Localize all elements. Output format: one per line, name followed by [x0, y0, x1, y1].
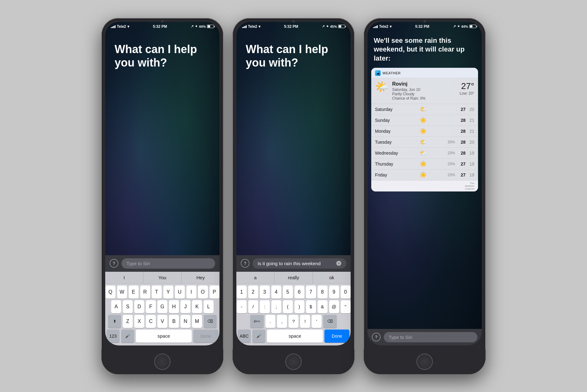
forecast-hi-3: 28: [457, 140, 466, 145]
forecast-day-6: Friday: [375, 172, 400, 177]
status-right-2: ↗ ✦ 45%: [322, 24, 345, 28]
forecast-icon-5: ☀️: [400, 161, 446, 167]
status-left-1: Tele2 ▾: [111, 24, 129, 29]
forecast-day-4: Wednesday: [375, 151, 400, 156]
home-button-1[interactable]: [154, 354, 170, 370]
carrier-2: Tele2: [248, 24, 257, 29]
forecast-icon-6: ☀️: [400, 171, 446, 178]
battery-icon-1: [207, 25, 214, 28]
weather-card-header: ☁ WEATHER: [371, 68, 478, 78]
forecast-lo-0: 20: [466, 107, 474, 112]
weather-card-3: ☁ WEATHER 🌤️ Rovinj Saturday, Jun 10 Par…: [371, 68, 478, 191]
help-button-3[interactable]: ?: [372, 333, 381, 341]
forecast-icon-2: ☀️: [400, 128, 446, 135]
forecast-row-3: Tuesday 🌤️ 30% 28 20: [371, 137, 478, 148]
forecast-row-2: Monday ☀️ 28 21: [371, 126, 478, 137]
home-button-area-3: [364, 349, 486, 374]
status-bar-2: Tele2 ▾ 5:32 PM ↗ ✦ 45%: [236, 22, 351, 30]
forecast-hi-6: 27: [457, 172, 466, 177]
forecast-hi-0: 27: [457, 107, 466, 112]
home-button-2[interactable]: [285, 354, 302, 370]
time-3: 5:32 PM: [415, 24, 429, 29]
carrier-1: Tele2: [117, 24, 126, 29]
signal-bar-4: [115, 25, 116, 28]
siri-greeting-2: What can I help you with?: [236, 30, 351, 76]
forecast-day-3: Tuesday: [375, 140, 400, 145]
forecast-rain-4: 20%: [446, 151, 457, 155]
signal-bars-3: [373, 25, 378, 28]
screen-content-2: What can I help you with?: [236, 30, 351, 345]
time-1: 5:32 PM: [153, 24, 167, 29]
signal-bar-2: [112, 27, 113, 28]
forecast-lo-6: 19: [466, 172, 474, 177]
wifi-icon-1: ▾: [127, 24, 129, 29]
location-icon-1: ↗: [191, 24, 194, 28]
weather-temp-hi: 27°: [460, 81, 474, 91]
status-right-1: ↗ ✦ 44%: [191, 24, 214, 28]
weather-channel-logo: TheWeatherChannel: [465, 182, 474, 190]
carrier-3: Tele2: [379, 24, 388, 29]
battery-pct-1: 44%: [199, 25, 206, 28]
forecast-row-6: Friday ☀️ 20% 27 19: [371, 170, 478, 181]
status-right-3: ↗ ✦ 44%: [453, 24, 476, 28]
forecast-row-1: Sunday ☀️ 28 21: [371, 115, 478, 126]
camera-dot-2: [292, 20, 295, 22]
forecast-lo-2: 21: [466, 129, 474, 134]
status-left-3: Tele2 ▾: [373, 24, 392, 29]
forecast-hi-2: 28: [457, 129, 466, 134]
weather-main-icon: 🌤️: [375, 81, 389, 92]
weather-card-footer: TheWeatherChannel: [371, 181, 478, 191]
weather-header-text: WEATHER: [382, 71, 401, 75]
forecast-day-5: Thursday: [375, 161, 400, 166]
time-2: 5:32 PM: [284, 24, 298, 29]
phone-3: Tele2 ▾ 5:32 PM ↗ ✦ 44% We'll see some r…: [364, 18, 486, 374]
battery-fill-3: [470, 25, 472, 27]
forecast-rain-3: 30%: [446, 140, 457, 144]
signal-bar-3: [113, 26, 114, 28]
screen-content-1: What can I help you with?: [105, 30, 220, 345]
phone-3-screen: Tele2 ▾ 5:32 PM ↗ ✦ 44% We'll see some r…: [367, 22, 482, 345]
battery-icon-3: [469, 25, 476, 28]
forecast-row-5: Thursday ☀️ 20% 27 19: [371, 159, 478, 170]
siri-input-bar-3: ? Type to Siri: [367, 329, 482, 345]
forecast-rain-5: 20%: [446, 162, 457, 166]
signal-bars-2: [242, 25, 247, 28]
cloud-icon: ☁: [376, 71, 380, 75]
status-bar-3: Tele2 ▾ 5:32 PM ↗ ✦ 44%: [367, 22, 482, 30]
weather-temp-lo: Low: 20°: [460, 91, 474, 96]
battery-fill-2: [339, 25, 341, 27]
home-button-area-2: [233, 349, 354, 374]
weather-logo-icon: ☁: [375, 70, 381, 76]
battery-fill-1: [208, 25, 210, 27]
weather-condition: Partly Cloudy: [392, 92, 456, 96]
bluetooth-icon-1: ✦: [195, 24, 198, 28]
status-left-2: Tele2 ▾: [242, 24, 260, 29]
siri-input-field-3[interactable]: Type to Siri: [384, 332, 477, 342]
input-placeholder-3: Type to Siri: [389, 335, 412, 340]
bluetooth-icon-3: ✦: [457, 24, 460, 28]
forecast-hi-1: 28: [457, 118, 466, 123]
forecast-hi-5: 27: [457, 161, 466, 166]
weather-rain-chance: Chance of Rain: 0%: [392, 96, 456, 101]
forecast-lo-1: 21: [466, 118, 474, 123]
weather-city-name: Rovinj: [392, 81, 456, 87]
bottom-bar-3: ? Type to Siri: [367, 329, 482, 345]
forecast-day-2: Monday: [375, 129, 400, 134]
phone-2: Tele2 ▾ 5:32 PM ↗ ✦ 45% What can I help …: [233, 18, 354, 374]
phone-2-screen: Tele2 ▾ 5:32 PM ↗ ✦ 45% What can I help …: [236, 22, 351, 345]
home-button-3[interactable]: [417, 354, 433, 370]
signal-bar-1: [111, 27, 112, 28]
signal-bars-1: [111, 25, 116, 28]
forecast-icon-3: 🌤️: [400, 139, 446, 146]
weather-date: Saturday, Jun 10: [392, 87, 456, 92]
forecast-icon-0: 🌤️: [400, 106, 446, 113]
forecast-row-0: Saturday 🌤️ 27 20: [371, 104, 478, 115]
status-bar-1: Tele2 ▾ 5:32 PM ↗ ✦ 44%: [105, 22, 220, 30]
phones-container: Tele2 ▾ 5:32 PM ↗ ✦ 44% What can I help …: [89, 6, 498, 387]
battery-pct-3: 44%: [461, 25, 468, 28]
location-icon-2: ↗: [322, 24, 325, 28]
weather-temp-main: 27° Low: 20°: [460, 81, 474, 96]
battery-icon-2: [338, 25, 345, 28]
forecast-day-0: Saturday: [375, 107, 400, 112]
forecast-day-1: Sunday: [375, 118, 400, 123]
